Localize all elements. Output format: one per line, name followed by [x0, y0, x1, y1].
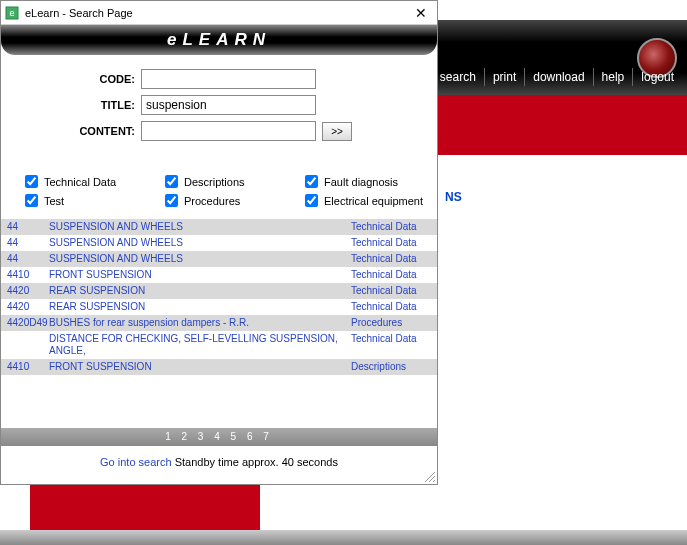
- result-row[interactable]: 4410FRONT SUSPENSIONDescriptions: [1, 359, 437, 375]
- svg-text:e: e: [9, 8, 14, 18]
- result-code: 4410: [7, 269, 49, 281]
- dialog-footer: Go into search Standby time approx. 40 s…: [1, 446, 437, 484]
- resize-grip[interactable]: [422, 469, 436, 483]
- title-input[interactable]: [141, 95, 316, 115]
- app-icon: e: [5, 6, 19, 20]
- result-row[interactable]: 44SUSPENSION AND WHEELSTechnical Data: [1, 219, 437, 235]
- result-title-link[interactable]: FRONT SUSPENSION: [49, 269, 351, 281]
- result-row[interactable]: 44SUSPENSION AND WHEELSTechnical Data: [1, 235, 437, 251]
- title-label: TITLE:: [11, 99, 141, 111]
- menu-print[interactable]: print: [484, 68, 524, 86]
- banner-text: eLEARN: [167, 30, 271, 50]
- result-title-link[interactable]: REAR SUSPENSION: [49, 285, 351, 297]
- result-code: 44: [7, 221, 49, 233]
- dialog-titlebar[interactable]: e eLearn - Search Page ✕: [1, 1, 437, 25]
- menu-help[interactable]: help: [593, 68, 633, 86]
- result-code: 4420: [7, 285, 49, 297]
- result-title-link[interactable]: SUSPENSION AND WHEELS: [49, 221, 351, 233]
- result-title-link[interactable]: DISTANCE FOR CHECKING, SELF-LEVELLING SU…: [49, 333, 351, 357]
- result-title-link[interactable]: SUSPENSION AND WHEELS: [49, 253, 351, 265]
- result-row[interactable]: 4420REAR SUSPENSIONTechnical Data: [1, 283, 437, 299]
- result-code: 4420: [7, 301, 49, 313]
- search-dialog: e eLearn - Search Page ✕ eLEARN CODE: TI…: [0, 0, 438, 485]
- search-go-button[interactable]: >>: [322, 122, 352, 141]
- result-type: Technical Data: [351, 269, 431, 281]
- check-electrical[interactable]: Electrical equipment: [305, 194, 455, 207]
- result-code: 44: [7, 253, 49, 265]
- content-label: CONTENT:: [11, 125, 141, 137]
- close-icon: ✕: [415, 5, 427, 21]
- result-row[interactable]: DISTANCE FOR CHECKING, SELF-LEVELLING SU…: [1, 331, 437, 359]
- dialog-banner: eLEARN: [1, 25, 437, 55]
- result-type: Technical Data: [351, 221, 431, 233]
- result-row[interactable]: 44SUSPENSION AND WHEELSTechnical Data: [1, 251, 437, 267]
- result-type: Technical Data: [351, 301, 431, 313]
- results-list: 44SUSPENSION AND WHEELSTechnical Data44S…: [1, 219, 437, 428]
- result-type: Procedures: [351, 317, 431, 329]
- code-input[interactable]: [141, 69, 316, 89]
- result-type: Technical Data: [351, 333, 431, 345]
- result-title-link[interactable]: REAR SUSPENSION: [49, 301, 351, 313]
- go-into-search-link[interactable]: Go into search: [100, 456, 172, 468]
- result-row[interactable]: 4420REAR SUSPENSIONTechnical Data: [1, 299, 437, 315]
- result-title-link[interactable]: BUSHES for rear suspension dampers - R.R…: [49, 317, 351, 329]
- check-test[interactable]: Test: [25, 194, 165, 207]
- footer-bar: [0, 530, 687, 545]
- menu-search[interactable]: search: [431, 68, 484, 86]
- check-descriptions[interactable]: Descriptions: [165, 175, 305, 188]
- pagination[interactable]: 1 2 3 4 5 6 7: [1, 428, 437, 446]
- menu-logout[interactable]: logout: [632, 68, 682, 86]
- result-row[interactable]: 4410FRONT SUSPENSIONTechnical Data: [1, 267, 437, 283]
- result-code: 44: [7, 237, 49, 249]
- result-row[interactable]: 4420D49BUSHES for rear suspension damper…: [1, 315, 437, 331]
- main-menu: e search print download help logout: [407, 68, 682, 86]
- search-form: CODE: TITLE: CONTENT: >>: [1, 55, 437, 155]
- dialog-title: eLearn - Search Page: [25, 7, 409, 19]
- menu-download[interactable]: download: [524, 68, 592, 86]
- result-type: Technical Data: [351, 285, 431, 297]
- standby-text: Standby time approx. 40 seconds: [172, 456, 338, 468]
- result-title-link[interactable]: FRONT SUSPENSION: [49, 361, 351, 373]
- check-technical-data[interactable]: Technical Data: [25, 175, 165, 188]
- result-type: Descriptions: [351, 361, 431, 373]
- check-fault-diagnosis[interactable]: Fault diagnosis: [305, 175, 455, 188]
- result-title-link[interactable]: SUSPENSION AND WHEELS: [49, 237, 351, 249]
- svg-line-4: [433, 480, 435, 482]
- close-button[interactable]: ✕: [409, 3, 433, 23]
- check-procedures[interactable]: Procedures: [165, 194, 305, 207]
- filter-checkboxes: Technical Data Descriptions Fault diagno…: [1, 155, 437, 219]
- code-label: CODE:: [11, 73, 141, 85]
- result-type: Technical Data: [351, 237, 431, 249]
- result-code: 4420D49: [7, 317, 49, 329]
- content-input[interactable]: [141, 121, 316, 141]
- result-code: 4410: [7, 361, 49, 373]
- result-type: Technical Data: [351, 253, 431, 265]
